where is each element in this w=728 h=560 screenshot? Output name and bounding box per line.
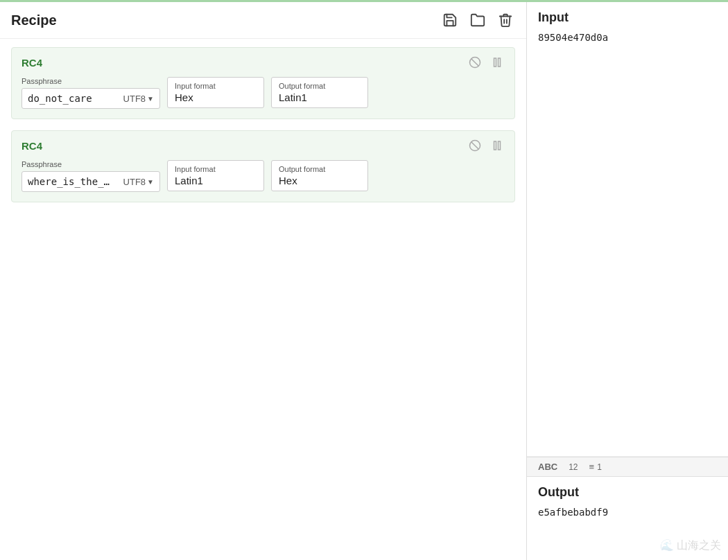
- encoding-chevron-2: ▼: [147, 178, 154, 186]
- output-section: Output e5afbebabdf9: [527, 477, 728, 560]
- passphrase-box-1[interactable]: do_not_care UTF8 ▼: [21, 88, 160, 109]
- input-format-field-2: Input format Latin1: [167, 160, 264, 191]
- output-format-box-1[interactable]: Output format Latin1: [271, 77, 368, 108]
- svg-line-1: [471, 59, 479, 67]
- passphrase-label-2: Passphrase: [21, 160, 160, 168]
- output-format-field-1: Output format Latin1: [271, 77, 368, 108]
- folder-icon[interactable]: [468, 10, 487, 30]
- passphrase-value-2: where_is_the_…: [28, 176, 110, 187]
- delete-icon[interactable]: [496, 10, 515, 30]
- rc4-block-2: RC4: [11, 130, 515, 202]
- input-value[interactable]: 89504e470d0a: [538, 32, 717, 448]
- recipe-header: Recipe: [0, 2, 526, 39]
- input-section: Input 89504e470d0a: [527, 2, 728, 457]
- svg-rect-6: [494, 141, 496, 150]
- rc4-block-2-actions: [467, 138, 505, 153]
- input-stats-bar: ABC 12 ≡ 1: [527, 457, 728, 477]
- svg-line-5: [471, 142, 479, 150]
- passphrase-value-1: do_not_care: [28, 93, 92, 104]
- recipe-content: RC4: [0, 39, 526, 560]
- save-icon[interactable]: [440, 10, 460, 30]
- rc4-block-1-title: RC4: [21, 57, 42, 69]
- char-count: 12: [569, 462, 578, 472]
- stat-chars: 12: [569, 462, 578, 472]
- input-format-field-1: Input format Hex: [167, 77, 264, 108]
- input-format-label-2: Input format: [175, 165, 257, 173]
- passphrase-field-1: Passphrase do_not_care UTF8 ▼: [21, 77, 160, 109]
- output-format-box-2[interactable]: Output format Hex: [271, 160, 368, 191]
- output-format-field-2: Output format Hex: [271, 160, 368, 191]
- disable-icon-1[interactable]: [467, 55, 483, 70]
- rc4-block-1: RC4: [11, 47, 515, 119]
- stat-type: ABC: [538, 462, 557, 472]
- output-value: e5afbebabdf9: [538, 507, 717, 518]
- passphrase-encoding-2[interactable]: UTF8 ▼: [123, 177, 154, 187]
- recipe-panel: Recipe: [0, 2, 527, 560]
- input-format-value-1: Hex: [175, 91, 257, 103]
- input-title: Input: [538, 10, 717, 25]
- passphrase-box-2[interactable]: where_is_the_… UTF8 ▼: [21, 171, 160, 192]
- recipe-toolbar: [440, 10, 515, 30]
- svg-rect-7: [499, 141, 501, 150]
- rc4-block-2-header: RC4: [21, 138, 505, 153]
- output-format-value-2: Hex: [279, 175, 361, 186]
- input-format-value-2: Latin1: [175, 175, 257, 186]
- rc4-block-2-fields: Passphrase where_is_the_… UTF8 ▼ Input: [21, 160, 505, 192]
- passphrase-encoding-1[interactable]: UTF8 ▼: [123, 94, 154, 104]
- output-format-label-2: Output format: [279, 165, 361, 173]
- rc4-block-1-actions: [467, 55, 505, 70]
- encoding-chevron-1: ▼: [147, 95, 154, 103]
- lines-icon: ≡: [589, 462, 595, 472]
- recipe-title: Recipe: [11, 12, 57, 28]
- passphrase-label-1: Passphrase: [21, 77, 160, 85]
- input-format-box-2[interactable]: Input format Latin1: [167, 160, 264, 191]
- rc4-block-1-fields: Passphrase do_not_care UTF8 ▼ Input fo: [21, 77, 505, 109]
- type-icon: ABC: [538, 462, 557, 472]
- svg-rect-2: [494, 58, 496, 67]
- disable-icon-2[interactable]: [467, 138, 483, 153]
- io-panel: Input 89504e470d0a ABC 12 ≡ 1 Output e5a…: [527, 2, 728, 560]
- stat-lines: ≡ 1: [589, 462, 602, 472]
- rc4-block-1-header: RC4: [21, 55, 505, 70]
- output-format-value-1: Latin1: [279, 91, 361, 103]
- output-format-label-1: Output format: [279, 82, 361, 90]
- line-count: 1: [597, 462, 602, 472]
- input-format-label-1: Input format: [175, 82, 257, 90]
- pause-icon-1[interactable]: [489, 55, 505, 70]
- pause-icon-2[interactable]: [489, 138, 505, 153]
- rc4-block-2-title: RC4: [21, 140, 42, 152]
- passphrase-field-2: Passphrase where_is_the_… UTF8 ▼: [21, 160, 160, 192]
- svg-rect-3: [499, 58, 501, 67]
- main-layout: Recipe: [0, 2, 728, 560]
- input-format-box-1[interactable]: Input format Hex: [167, 77, 264, 108]
- output-title: Output: [538, 485, 717, 500]
